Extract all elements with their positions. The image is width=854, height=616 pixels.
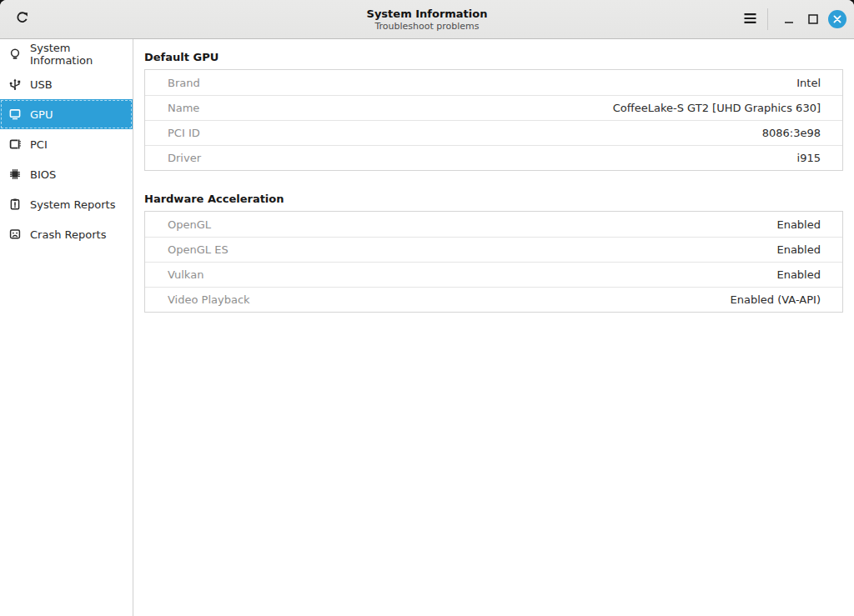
info-table: Brand Intel Name CoffeeLake-S GT2 [UHD G… <box>144 69 843 171</box>
sidebar-item-bios[interactable]: BIOS <box>0 159 133 189</box>
sidebar-item-label: USB <box>30 78 53 91</box>
row-label: Name <box>168 102 199 114</box>
titlebar-title-block: System Information Troubleshoot problems <box>367 8 488 32</box>
app-body: System Information USB GPU PCI BIOS Syst… <box>0 39 854 616</box>
window-title: System Information <box>367 8 488 20</box>
table-row: Vulkan Enabled <box>145 262 842 287</box>
table-row: Brand Intel <box>145 70 842 95</box>
sidebar-item-system-information[interactable]: System Information <box>0 39 133 69</box>
window-controls <box>737 7 854 32</box>
sidebar: System Information USB GPU PCI BIOS Syst… <box>0 39 133 616</box>
clipboard-alert-icon <box>8 198 22 211</box>
row-value: i915 <box>797 152 821 164</box>
minimize-button[interactable] <box>778 8 800 30</box>
table-row: Driver i915 <box>145 145 842 170</box>
row-value: 8086:3e98 <box>762 127 821 139</box>
chip-icon <box>8 168 22 181</box>
section-title: Default GPU <box>144 51 843 63</box>
sidebar-item-crash-reports[interactable]: Crash Reports <box>0 219 133 249</box>
maximize-icon <box>808 12 818 28</box>
system-information-window: System Information Troubleshoot problems <box>0 0 854 616</box>
row-label: Video Playback <box>168 293 250 306</box>
window-subtitle: Troubleshoot problems <box>367 21 488 32</box>
sidebar-item-label: PCI <box>30 138 48 151</box>
lightbulb-icon <box>8 48 22 61</box>
sidebar-item-label: System Reports <box>30 198 115 211</box>
table-row: OpenGL Enabled <box>145 212 842 237</box>
row-value: Enabled (VA-API) <box>731 293 821 306</box>
row-label: Driver <box>168 152 201 164</box>
row-label: Vulkan <box>168 268 203 281</box>
refresh-icon <box>15 11 29 28</box>
row-label: OpenGL ES <box>168 243 229 256</box>
sidebar-item-label: GPU <box>30 108 53 121</box>
sidebar-item-pci[interactable]: PCI <box>0 129 133 159</box>
usb-icon <box>8 78 22 91</box>
main-content: Default GPU Brand Intel Name CoffeeLake-… <box>133 39 854 616</box>
sidebar-item-gpu[interactable]: GPU <box>0 99 133 129</box>
sidebar-item-label: System Information <box>30 42 128 67</box>
table-row: Name CoffeeLake-S GT2 [UHD Graphics 630] <box>145 95 842 120</box>
section-title: Hardware Acceleration <box>144 193 843 205</box>
sidebar-item-system-reports[interactable]: System Reports <box>0 189 133 219</box>
pci-card-icon <box>8 138 22 151</box>
info-section: Default GPU Brand Intel Name CoffeeLake-… <box>144 51 843 171</box>
row-value: CoffeeLake-S GT2 [UHD Graphics 630] <box>613 102 821 114</box>
crash-face-icon <box>8 228 22 241</box>
menu-button[interactable] <box>737 7 762 32</box>
row-value: Enabled <box>776 218 821 231</box>
titlebar: System Information Troubleshoot problems <box>0 0 854 39</box>
hamburger-menu-icon <box>743 12 757 28</box>
sidebar-item-label: Crash Reports <box>30 228 106 241</box>
row-value: Enabled <box>776 243 821 256</box>
refresh-button[interactable] <box>9 7 34 32</box>
row-value: Enabled <box>776 268 821 281</box>
row-label: OpenGL <box>168 218 211 231</box>
info-table: OpenGL Enabled OpenGL ES Enabled Vulkan … <box>144 211 843 313</box>
controls-separator <box>767 8 768 30</box>
close-icon <box>828 10 846 28</box>
row-label: PCI ID <box>168 127 200 139</box>
table-row: OpenGL ES Enabled <box>145 237 842 262</box>
table-row: PCI ID 8086:3e98 <box>145 120 842 145</box>
minimize-icon <box>784 12 794 28</box>
row-label: Brand <box>168 77 200 89</box>
sidebar-item-label: BIOS <box>30 168 56 181</box>
sidebar-item-usb[interactable]: USB <box>0 69 133 99</box>
info-section: Hardware Acceleration OpenGL Enabled Ope… <box>144 193 843 313</box>
display-icon <box>8 108 22 121</box>
table-row: Video Playback Enabled (VA-API) <box>145 287 842 312</box>
close-button[interactable] <box>826 8 848 30</box>
row-value: Intel <box>796 77 821 89</box>
maximize-button[interactable] <box>802 8 824 30</box>
